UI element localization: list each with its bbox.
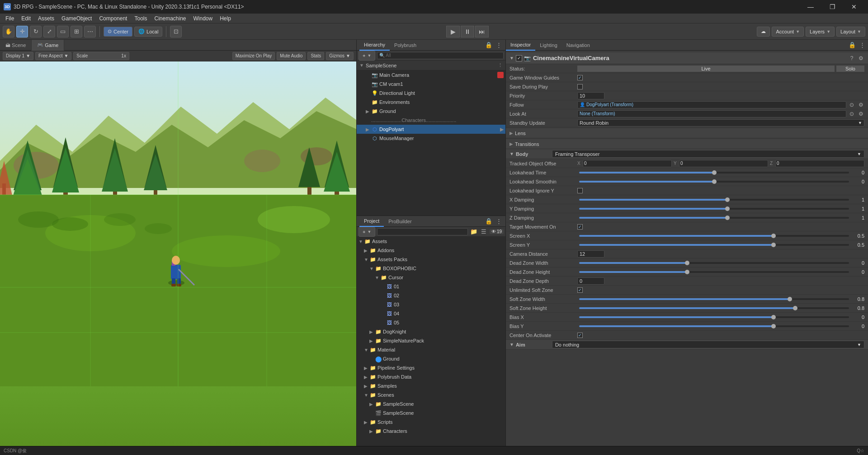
look-at-object-ref[interactable]: None (Transform) [577, 110, 846, 117]
follow-target-icon[interactable]: ⊙ [848, 101, 855, 108]
y-damping-thumb[interactable] [725, 206, 730, 211]
layers-button[interactable]: Layers ▼ [806, 27, 835, 37]
aim-type-dropdown[interactable]: Do nothing ▼ [552, 341, 864, 348]
grid-toggle-button[interactable]: ⊡ [170, 26, 182, 38]
hierarchy-lock-button[interactable]: 🔒 [485, 41, 493, 49]
menu-gameobject[interactable]: GameObject [58, 14, 95, 23]
project-item-samplescene-file[interactable]: 🎬 SampleScene [357, 408, 505, 417]
project-item-boxophobic[interactable]: ▼ 📁 BOXOPHOBIC [357, 264, 505, 273]
project-item-addons[interactable]: ▶ 📁 Addons [357, 246, 505, 255]
inspector-menu-button[interactable]: ⋮ [858, 41, 866, 49]
center-toggle-button[interactable]: ⊙ Center [104, 27, 132, 37]
lookahead-ignore-y-checkbox[interactable] [577, 188, 583, 193]
project-add-button[interactable]: +▼ [359, 227, 375, 237]
maximize-button[interactable]: ❐ [822, 0, 843, 14]
project-item-polybrush-data[interactable]: ▶ 📁 Polybrush Data [357, 372, 505, 381]
look-at-settings-icon[interactable]: ⚙ [857, 110, 864, 117]
soft-zone-width-thumb[interactable] [788, 297, 792, 301]
dead-zone-height-track[interactable] [579, 271, 849, 273]
hierarchy-item-mousemanager[interactable]: ⬡ MouseManager [357, 134, 505, 143]
project-item-samplescene-folder[interactable]: ▶ 📁 SampleScene [357, 399, 505, 408]
project-menu-button[interactable]: ⋮ [495, 217, 503, 225]
tab-navigation[interactable]: Navigation [562, 40, 594, 51]
lookahead-smoothing-thumb[interactable] [712, 179, 717, 184]
look-at-target-icon[interactable]: ⊙ [848, 110, 855, 117]
lookahead-smoothing-track[interactable] [579, 181, 849, 183]
soft-zone-height-track[interactable] [579, 307, 849, 309]
screen-y-thumb[interactable] [771, 243, 776, 247]
x-damping-thumb[interactable] [725, 197, 730, 202]
project-item-mat-ground[interactable]: ⬤ Ground [357, 354, 505, 363]
project-item-assets[interactable]: ▼ 📁 Assets [357, 237, 505, 246]
account-button[interactable]: Account ▼ [772, 27, 804, 37]
project-item-cursor-02[interactable]: 🖼 02 [357, 291, 505, 300]
z-damping-track[interactable] [579, 217, 849, 219]
pause-button[interactable]: ⏸ [461, 26, 474, 38]
rect-tool-button[interactable]: ▭ [57, 26, 69, 38]
hand-tool-button[interactable]: ✋ [3, 26, 14, 38]
tab-scene[interactable]: 🏔 Scene [0, 40, 32, 51]
maximize-on-play-btn[interactable]: Maximize On Play [232, 52, 275, 60]
menu-window[interactable]: Window [190, 14, 217, 23]
soft-zone-height-thumb[interactable] [793, 306, 797, 310]
project-filter-icon[interactable]: ☰ [480, 228, 488, 236]
component-help-button[interactable]: ? [848, 55, 855, 62]
hierarchy-item-environments[interactable]: 📁 Environments [357, 98, 505, 107]
scene-viewport[interactable] [0, 61, 356, 455]
project-search-input[interactable] [377, 228, 468, 235]
move-tool-button[interactable]: ✛ [16, 26, 28, 38]
global-toggle-button[interactable]: 🌐 Local [134, 27, 162, 37]
bias-y-track[interactable] [579, 325, 849, 327]
dead-zone-width-thumb[interactable] [685, 261, 689, 265]
screen-x-track[interactable] [579, 235, 849, 237]
priority-input[interactable] [577, 92, 604, 99]
project-item-cursor[interactable]: ▼ 📁 Cursor [357, 273, 505, 282]
component-expand-arrow[interactable]: ▼ [509, 56, 514, 61]
menu-assets[interactable]: Assets [34, 14, 58, 23]
follow-object-ref[interactable]: 👤 DogPolyart (Transform) [577, 101, 846, 108]
tab-game[interactable]: 🎮 Game [32, 40, 64, 51]
dead-zone-height-thumb[interactable] [685, 270, 689, 274]
project-item-cursor-04[interactable]: 🖼 04 [357, 309, 505, 318]
layout-button[interactable]: Layout ▼ [836, 27, 865, 37]
project-lock-button[interactable]: 🔒 [485, 217, 493, 225]
project-item-assets-packs[interactable]: ▼ 📁 Assets Packs [357, 255, 505, 264]
transform-tool-button[interactable]: ⊞ [71, 26, 82, 38]
tab-project[interactable]: Project [359, 216, 384, 227]
tab-polybrush[interactable]: Polybrush [390, 40, 421, 51]
z-damping-thumb[interactable] [725, 216, 730, 220]
inspector-lock-button[interactable]: 🔒 [848, 41, 856, 49]
follow-settings-icon[interactable]: ⚙ [857, 101, 864, 108]
tracked-offset-x-input[interactable] [583, 160, 672, 167]
menu-help[interactable]: Help [216, 14, 235, 23]
bias-x-track[interactable] [579, 316, 849, 318]
project-item-dogknight[interactable]: ▶ 📁 DogKnight [357, 327, 505, 336]
aim-expand-arrow[interactable]: ▼ [509, 342, 514, 347]
menu-edit[interactable]: Edit [18, 14, 34, 23]
project-item-material[interactable]: ▼ 📁 Material [357, 345, 505, 354]
project-item-cursor-03[interactable]: 🖼 03 [357, 300, 505, 309]
bias-y-thumb[interactable] [771, 324, 776, 328]
project-item-samples[interactable]: ▶ 📁 Samples [357, 381, 505, 390]
screen-y-track[interactable] [579, 244, 849, 246]
standby-update-dropdown[interactable]: Round Robin ▼ [577, 119, 864, 127]
lookahead-time-track[interactable] [579, 172, 849, 174]
menu-component[interactable]: Component [95, 14, 131, 23]
step-button[interactable]: ⏭ [475, 26, 489, 38]
hierarchy-search[interactable]: 🔍 All [377, 52, 504, 59]
hierarchy-item-main-camera[interactable]: 📷 Main Camera [357, 70, 505, 80]
cloud-button[interactable]: ☁ [757, 27, 770, 37]
rotate-tool-button[interactable]: ↻ [30, 26, 42, 38]
save-during-play-checkbox[interactable] [577, 84, 583, 89]
lens-section-header[interactable]: ▶ Lens [506, 128, 868, 138]
menu-tools[interactable]: Tools [131, 14, 151, 23]
hierarchy-add-button[interactable]: +▼ [359, 51, 375, 61]
tab-hierarchy[interactable]: Hierarchy [359, 40, 390, 51]
dead-zone-depth-input[interactable] [577, 277, 604, 285]
y-damping-track[interactable] [579, 208, 849, 210]
dead-zone-width-track[interactable] [579, 262, 849, 264]
extra-tools-button[interactable]: ⋯ [84, 26, 96, 38]
lookahead-time-thumb[interactable] [712, 170, 717, 175]
close-button[interactable]: ✕ [844, 0, 864, 14]
x-damping-track[interactable] [579, 199, 849, 201]
